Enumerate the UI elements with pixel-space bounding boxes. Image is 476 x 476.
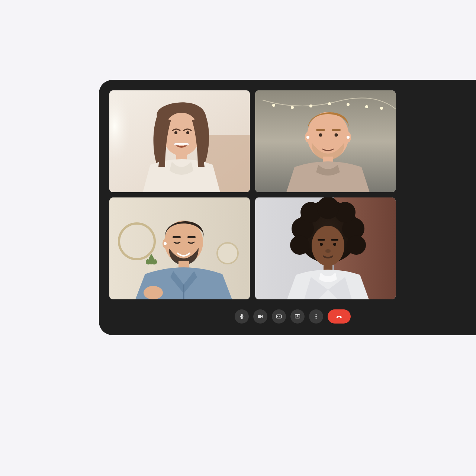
more-options-button[interactable] (309, 309, 323, 324)
present-screen-icon (294, 313, 301, 320)
toggle-camera-button[interactable] (253, 309, 267, 324)
svg-rect-54 (258, 315, 261, 318)
svg-rect-6 (174, 143, 189, 145)
svg-rect-22 (332, 129, 341, 131)
svg-point-50 (320, 243, 323, 246)
mute-microphone-button[interactable] (235, 309, 249, 324)
video-tile-participant-3[interactable] (109, 197, 250, 299)
svg-point-36 (144, 286, 163, 299)
hangup-icon (336, 313, 342, 320)
svg-point-14 (365, 105, 368, 108)
svg-point-45 (290, 235, 309, 255)
more-options-icon (313, 313, 319, 320)
present-screen-button[interactable] (290, 309, 305, 324)
svg-rect-34 (187, 236, 196, 238)
svg-point-28 (217, 243, 238, 264)
svg-point-12 (328, 102, 331, 105)
svg-point-51 (333, 243, 336, 246)
svg-point-47 (312, 226, 344, 266)
svg-point-23 (319, 134, 322, 137)
svg-point-19 (306, 136, 309, 139)
svg-point-57 (316, 314, 317, 315)
svg-point-11 (309, 104, 312, 107)
svg-point-15 (380, 107, 383, 110)
svg-point-46 (347, 235, 366, 255)
video-call-window (99, 80, 476, 335)
video-tile-participant-2[interactable] (255, 90, 396, 192)
svg-point-3 (163, 113, 200, 156)
svg-point-59 (316, 318, 317, 319)
svg-point-10 (291, 106, 294, 109)
svg-point-44 (317, 197, 339, 219)
svg-point-9 (272, 104, 275, 107)
camera-icon (257, 313, 264, 320)
microphone-icon (238, 313, 245, 320)
svg-rect-33 (173, 236, 181, 238)
svg-point-4 (174, 131, 177, 134)
svg-point-58 (316, 316, 317, 317)
call-controls-bar (109, 302, 476, 328)
svg-point-16 (307, 112, 349, 160)
svg-rect-48 (318, 239, 325, 241)
video-tile-participant-1[interactable] (109, 90, 250, 192)
svg-point-52 (325, 249, 331, 253)
svg-rect-55 (276, 315, 282, 318)
svg-point-20 (347, 136, 350, 139)
svg-point-24 (335, 134, 338, 137)
video-tile-participant-4[interactable] (255, 197, 396, 299)
toggle-captions-button[interactable] (272, 309, 286, 324)
svg-point-13 (347, 103, 350, 106)
svg-rect-49 (331, 239, 338, 241)
video-grid (109, 90, 476, 302)
svg-point-5 (186, 131, 189, 134)
svg-rect-21 (316, 129, 325, 131)
svg-point-32 (164, 242, 167, 245)
hang-up-button[interactable] (328, 309, 351, 324)
captions-icon (276, 313, 282, 320)
svg-rect-29 (148, 264, 155, 271)
